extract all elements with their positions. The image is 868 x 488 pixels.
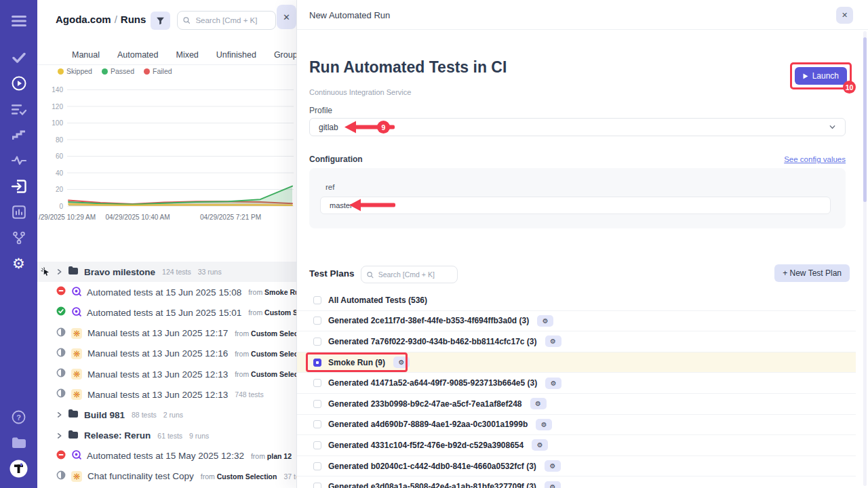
plan-row[interactable]: Generated a4d690b7-8889-4ae1-92aa-0c3001…	[297, 415, 856, 436]
automated-run-icon	[71, 286, 81, 296]
plan-checkbox[interactable]	[313, 338, 321, 346]
plan-row[interactable]: Generated 4331c104-f5f2-476e-b92d-c529a3…	[297, 435, 856, 456]
plan-checkbox[interactable]	[313, 483, 321, 488]
plan-gear-button[interactable]: ⚙	[545, 336, 561, 347]
run-item-row[interactable]: Manual tests at 13 Jun 2025 12:13from Cu…	[37, 364, 296, 384]
git-branch-icon[interactable]	[0, 225, 37, 251]
steps-icon[interactable]	[0, 122, 37, 148]
plan-gear-button[interactable]: ⚙	[532, 439, 548, 451]
automated-run-icon-wrap	[71, 449, 81, 462]
plan-row[interactable]: All Automated Tests (536)	[297, 290, 856, 311]
launch-annotation-box: Launch 10	[790, 62, 852, 89]
chevron-wrap[interactable]	[56, 430, 62, 442]
plan-row[interactable]: Generated b02040c1-c442-4db0-841e-4660a0…	[297, 456, 856, 477]
page-subtitle: Continuous Integration Service	[309, 88, 411, 96]
launch-button[interactable]: Launch	[795, 67, 847, 85]
tab-automated[interactable]: Automated	[117, 50, 158, 60]
cursor-graphic-wrap	[41, 267, 50, 279]
run-meta: 9 runs	[189, 432, 209, 440]
plan-row[interactable]: Generated 41471a52-a644-49f7-9085-923713…	[297, 373, 856, 394]
status-failed-icon	[56, 286, 66, 296]
run-item-row[interactable]: Manual tests at 13 Jun 2025 12:17from Cu…	[37, 323, 296, 344]
configuration-label: Configuration	[309, 155, 363, 164]
plan-checkbox[interactable]	[313, 441, 321, 449]
test-plans-title: Test Plans	[309, 268, 355, 279]
plan-row[interactable]: Generated 2ce11f7d-38ef-44fe-b353-4f694f…	[297, 311, 856, 332]
filter-button[interactable]	[151, 12, 170, 30]
tab-manual[interactable]: Manual	[72, 50, 100, 60]
see-config-values-link[interactable]: See config values	[784, 155, 846, 163]
run-item-row[interactable]: Automated tests at 15 Jun 2025 15:01from…	[37, 302, 296, 323]
run-folder-row[interactable]: Bravo milestone124 tests33 runs	[37, 262, 296, 282]
plan-checkbox[interactable]	[313, 359, 321, 367]
list-check-icon[interactable]	[0, 96, 37, 122]
automated-run-icon-wrap	[71, 286, 81, 299]
manual-run-icon-wrap	[71, 369, 82, 380]
new-run-drawer: New Automated Run ✕ Run Automated Tests …	[296, 0, 868, 488]
run-meta: 33 runs	[198, 268, 222, 276]
tab-mixed[interactable]: Mixed	[176, 50, 198, 60]
run-from: from Custom Selection	[248, 308, 296, 317]
runs-panel: Agoda.com/Runs ✕ ManualAutomatedMixedUnf…	[37, 0, 296, 488]
run-item-row[interactable]: Manual tests at 13 Jun 2025 12:16from Cu…	[37, 344, 296, 364]
chevron-right-icon	[56, 268, 62, 275]
run-item-row[interactable]: Manual tests at 13 Jun 2025 12:13748 tes…	[37, 384, 296, 405]
status-icon-wrap	[56, 388, 66, 401]
run-folder-row[interactable]: Release: Rerun61 tests9 runs	[37, 426, 296, 446]
plan-gear-button[interactable]: ⚙	[545, 378, 561, 389]
plan-row[interactable]: Generated 233b0998-b9c2-47ae-a5cf-7ea1af…	[297, 394, 856, 415]
svg-text:100: 100	[52, 119, 63, 127]
check-icon[interactable]	[0, 45, 37, 70]
run-title: Manual tests at 13 Jun 2025 12:13	[87, 369, 228, 380]
plan-row[interactable]: Generated 7a76f022-93d0-434b-b462-bb8114…	[297, 331, 856, 352]
run-from-value: Smoke Run	[264, 288, 296, 296]
plan-gear-button[interactable]: ⚙	[545, 481, 561, 488]
test-plans-search	[361, 266, 458, 283]
plan-gear-button[interactable]: ⚙	[537, 315, 553, 327]
plan-checkbox[interactable]	[313, 296, 321, 304]
plan-row[interactable]: Generated e3d08a1a-5808-42e4-a1ab-81bfe3…	[297, 476, 856, 488]
help-icon[interactable]: ?	[0, 404, 37, 430]
gear-icon[interactable]: ⚙	[0, 251, 37, 277]
plan-gear-button[interactable]: ⚙	[393, 357, 410, 368]
activity-icon[interactable]	[0, 148, 37, 174]
plan-gear-button[interactable]: ⚙	[530, 398, 547, 409]
plan-gear-button[interactable]: ⚙	[545, 460, 561, 472]
plan-gear-button[interactable]: ⚙	[536, 419, 552, 430]
new-test-plan-button[interactable]: + New Test Plan	[774, 264, 850, 282]
run-item-row[interactable]: Chat functinality test Copyfrom Custom S…	[37, 466, 296, 487]
run-meta: 124 tests	[162, 268, 191, 276]
menu-icon[interactable]	[0, 8, 37, 34]
folder-icon-wrap	[68, 430, 79, 442]
drawer-header: New Automated Run ✕	[297, 0, 868, 30]
run-folder-row[interactable]: Build 98188 tests2 runs	[37, 405, 296, 425]
plan-checkbox[interactable]	[313, 462, 321, 470]
folder-nav-icon[interactable]	[0, 430, 37, 455]
svg-text:80: 80	[56, 136, 64, 144]
breadcrumb-project[interactable]: Agoda.com	[56, 14, 111, 25]
run-item-row[interactable]: Automated tests at 15 May 2025 12:32from…	[37, 446, 296, 466]
status-icon-wrap	[56, 368, 66, 380]
play-circle-icon[interactable]	[0, 70, 37, 96]
plan-checkbox[interactable]	[313, 317, 321, 325]
plan-checkbox[interactable]	[313, 379, 321, 387]
run-item-row[interactable]: Automated tests at 15 Jun 2025 15:08from…	[37, 282, 296, 302]
plan-row[interactable]: Smoke Run (9)⚙	[297, 352, 856, 373]
drawer-close-button[interactable]: ✕	[836, 7, 853, 24]
chevron-wrap[interactable]	[56, 266, 62, 278]
search-input[interactable]	[194, 16, 270, 25]
plan-checkbox[interactable]	[313, 400, 321, 408]
plan-checkbox[interactable]	[313, 420, 321, 428]
avatar[interactable]	[0, 455, 37, 481]
folder-name: Release: Rerun	[84, 430, 151, 441]
run-meta: 2 runs	[163, 411, 183, 419]
breadcrumb-page: Runs	[121, 14, 146, 25]
test-plans-search-input[interactable]	[377, 270, 452, 279]
import-icon[interactable]	[0, 174, 37, 199]
drawer-scrollbar-thumb[interactable]	[863, 37, 867, 202]
chevron-wrap[interactable]	[56, 409, 62, 421]
chevron-right-icon	[56, 411, 62, 418]
panel-close-button[interactable]: ✕	[277, 5, 296, 29]
tab-unfinished[interactable]: Unfinished	[216, 50, 256, 60]
bar-chart-icon[interactable]	[0, 199, 37, 225]
